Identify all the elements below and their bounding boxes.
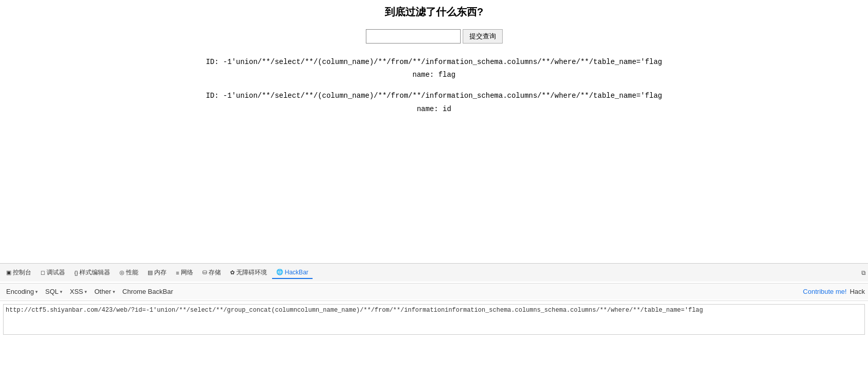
query-input[interactable] [366,29,461,44]
result-block-0: ID: -1'union/**/select/**/(column_name)/… [206,56,663,81]
query-form: 提交查询 [366,29,503,44]
page-title: 到底过滤了什么东西? [385,5,483,19]
results-container: ID: -1'union/**/select/**/(column_name)/… [206,56,663,124]
main-content: 到底过滤了什么东西? 提交查询 ID: -1'union/**/select/*… [0,0,868,235]
submit-button[interactable]: 提交查询 [463,29,503,44]
result-block-1: ID: -1'union/**/select/**/(column_name)/… [206,90,663,115]
